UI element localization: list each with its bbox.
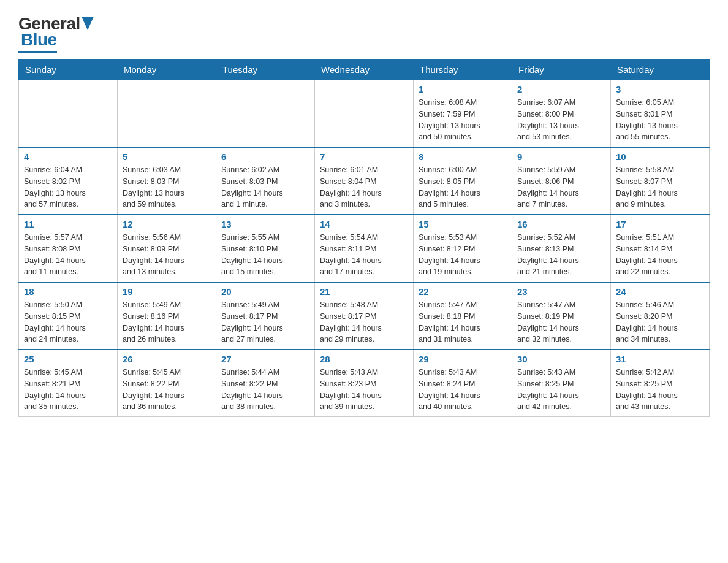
calendar-cell [118, 80, 216, 148]
day-info: Sunrise: 5:44 AM Sunset: 8:22 PM Dayligh… [221, 367, 309, 413]
calendar-cell [315, 80, 414, 148]
calendar-cell: 25Sunrise: 5:45 AM Sunset: 8:21 PM Dayli… [19, 350, 118, 417]
day-info: Sunrise: 6:03 AM Sunset: 8:03 PM Dayligh… [123, 164, 211, 210]
calendar-cell [216, 80, 315, 148]
calendar-cell: 27Sunrise: 5:44 AM Sunset: 8:22 PM Dayli… [216, 350, 315, 417]
day-info: Sunrise: 5:45 AM Sunset: 8:22 PM Dayligh… [123, 367, 211, 413]
day-info: Sunrise: 6:08 AM Sunset: 7:59 PM Dayligh… [419, 97, 507, 143]
day-number: 1 [419, 84, 507, 94]
day-number: 29 [419, 354, 507, 364]
day-number: 10 [616, 151, 704, 162]
calendar-cell: 18Sunrise: 5:50 AM Sunset: 8:15 PM Dayli… [19, 282, 118, 350]
day-info: Sunrise: 5:51 AM Sunset: 8:14 PM Dayligh… [616, 232, 704, 278]
day-number: 23 [517, 286, 605, 297]
day-number: 31 [616, 354, 704, 364]
day-info: Sunrise: 6:04 AM Sunset: 8:02 PM Dayligh… [24, 164, 112, 210]
day-info: Sunrise: 5:42 AM Sunset: 8:25 PM Dayligh… [616, 367, 704, 413]
calendar-cell: 24Sunrise: 5:46 AM Sunset: 8:20 PM Dayli… [611, 282, 710, 350]
day-number: 21 [320, 286, 408, 297]
calendar-header-row: SundayMondayTuesdayWednesdayThursdayFrid… [19, 59, 710, 80]
column-header-friday: Friday [512, 59, 611, 80]
week-row-2: 4Sunrise: 6:04 AM Sunset: 8:02 PM Daylig… [19, 147, 710, 215]
calendar-cell: 19Sunrise: 5:49 AM Sunset: 8:16 PM Dayli… [118, 282, 216, 350]
day-info: Sunrise: 5:48 AM Sunset: 8:17 PM Dayligh… [320, 299, 408, 345]
day-number: 11 [24, 219, 112, 229]
column-header-wednesday: Wednesday [315, 59, 414, 80]
calendar-cell: 26Sunrise: 5:45 AM Sunset: 8:22 PM Dayli… [118, 350, 216, 417]
day-info: Sunrise: 6:07 AM Sunset: 8:00 PM Dayligh… [517, 97, 605, 143]
column-header-monday: Monday [118, 59, 216, 80]
day-info: Sunrise: 5:43 AM Sunset: 8:23 PM Dayligh… [320, 367, 408, 413]
calendar-cell: 30Sunrise: 5:43 AM Sunset: 8:25 PM Dayli… [512, 350, 611, 417]
day-number: 15 [419, 219, 507, 229]
column-header-tuesday: Tuesday [216, 59, 315, 80]
day-number: 17 [616, 219, 704, 229]
logo: General Blue [18, 12, 94, 53]
calendar-cell: 9Sunrise: 5:59 AM Sunset: 8:06 PM Daylig… [512, 147, 611, 215]
calendar-cell: 12Sunrise: 5:56 AM Sunset: 8:09 PM Dayli… [118, 215, 216, 282]
calendar-cell: 31Sunrise: 5:42 AM Sunset: 8:25 PM Dayli… [611, 350, 710, 417]
calendar-cell: 6Sunrise: 6:02 AM Sunset: 8:03 PM Daylig… [216, 147, 315, 215]
day-number: 16 [517, 219, 605, 229]
calendar-table: SundayMondayTuesdayWednesdayThursdayFrid… [18, 59, 710, 417]
day-number: 7 [320, 151, 408, 162]
calendar-cell: 29Sunrise: 5:43 AM Sunset: 8:24 PM Dayli… [414, 350, 512, 417]
calendar-cell: 13Sunrise: 5:55 AM Sunset: 8:10 PM Dayli… [216, 215, 315, 282]
day-info: Sunrise: 5:59 AM Sunset: 8:06 PM Dayligh… [517, 164, 605, 210]
calendar-cell: 3Sunrise: 6:05 AM Sunset: 8:01 PM Daylig… [611, 80, 710, 148]
day-info: Sunrise: 5:43 AM Sunset: 8:24 PM Dayligh… [419, 367, 507, 413]
calendar-cell: 14Sunrise: 5:54 AM Sunset: 8:11 PM Dayli… [315, 215, 414, 282]
day-info: Sunrise: 5:49 AM Sunset: 8:16 PM Dayligh… [123, 299, 211, 345]
day-number: 14 [320, 219, 408, 229]
calendar-cell: 10Sunrise: 5:58 AM Sunset: 8:07 PM Dayli… [611, 147, 710, 215]
day-number: 9 [517, 151, 605, 162]
calendar-cell: 16Sunrise: 5:52 AM Sunset: 8:13 PM Dayli… [512, 215, 611, 282]
calendar-cell: 8Sunrise: 6:00 AM Sunset: 8:05 PM Daylig… [414, 147, 512, 215]
day-number: 13 [221, 219, 309, 229]
logo-triangle-icon [82, 17, 94, 30]
day-number: 6 [221, 151, 309, 162]
logo-blue-label: Blue [21, 30, 57, 50]
calendar-cell: 7Sunrise: 6:01 AM Sunset: 8:04 PM Daylig… [315, 147, 414, 215]
calendar-cell: 1Sunrise: 6:08 AM Sunset: 7:59 PM Daylig… [414, 80, 512, 148]
day-info: Sunrise: 5:54 AM Sunset: 8:11 PM Dayligh… [320, 232, 408, 278]
day-info: Sunrise: 6:01 AM Sunset: 8:04 PM Dayligh… [320, 164, 408, 210]
day-info: Sunrise: 5:57 AM Sunset: 8:08 PM Dayligh… [24, 232, 112, 278]
day-number: 26 [123, 354, 211, 364]
day-info: Sunrise: 5:49 AM Sunset: 8:17 PM Dayligh… [221, 299, 309, 345]
column-header-sunday: Sunday [19, 59, 118, 80]
calendar-cell: 11Sunrise: 5:57 AM Sunset: 8:08 PM Dayli… [19, 215, 118, 282]
day-number: 25 [24, 354, 112, 364]
day-number: 3 [616, 84, 704, 94]
column-header-saturday: Saturday [611, 59, 710, 80]
week-row-4: 18Sunrise: 5:50 AM Sunset: 8:15 PM Dayli… [19, 282, 710, 350]
day-number: 24 [616, 286, 704, 297]
svg-marker-0 [82, 17, 94, 30]
day-info: Sunrise: 5:45 AM Sunset: 8:21 PM Dayligh… [24, 367, 112, 413]
calendar-cell: 15Sunrise: 5:53 AM Sunset: 8:12 PM Dayli… [414, 215, 512, 282]
day-number: 28 [320, 354, 408, 364]
calendar-cell: 5Sunrise: 6:03 AM Sunset: 8:03 PM Daylig… [118, 147, 216, 215]
day-number: 18 [24, 286, 112, 297]
column-header-thursday: Thursday [414, 59, 512, 80]
day-info: Sunrise: 6:05 AM Sunset: 8:01 PM Dayligh… [616, 97, 704, 143]
calendar-cell: 28Sunrise: 5:43 AM Sunset: 8:23 PM Dayli… [315, 350, 414, 417]
day-number: 30 [517, 354, 605, 364]
day-info: Sunrise: 5:46 AM Sunset: 8:20 PM Dayligh… [616, 299, 704, 345]
week-row-3: 11Sunrise: 5:57 AM Sunset: 8:08 PM Dayli… [19, 215, 710, 282]
calendar-cell: 20Sunrise: 5:49 AM Sunset: 8:17 PM Dayli… [216, 282, 315, 350]
calendar-cell: 2Sunrise: 6:07 AM Sunset: 8:00 PM Daylig… [512, 80, 611, 148]
calendar-cell: 23Sunrise: 5:47 AM Sunset: 8:19 PM Dayli… [512, 282, 611, 350]
day-number: 19 [123, 286, 211, 297]
day-number: 12 [123, 219, 211, 229]
day-number: 8 [419, 151, 507, 162]
calendar-cell: 21Sunrise: 5:48 AM Sunset: 8:17 PM Dayli… [315, 282, 414, 350]
day-info: Sunrise: 5:58 AM Sunset: 8:07 PM Dayligh… [616, 164, 704, 210]
calendar-cell [19, 80, 118, 148]
day-info: Sunrise: 5:47 AM Sunset: 8:18 PM Dayligh… [419, 299, 507, 345]
day-info: Sunrise: 5:50 AM Sunset: 8:15 PM Dayligh… [24, 299, 112, 345]
day-info: Sunrise: 5:43 AM Sunset: 8:25 PM Dayligh… [517, 367, 605, 413]
day-number: 27 [221, 354, 309, 364]
day-info: Sunrise: 5:55 AM Sunset: 8:10 PM Dayligh… [221, 232, 309, 278]
day-info: Sunrise: 5:52 AM Sunset: 8:13 PM Dayligh… [517, 232, 605, 278]
